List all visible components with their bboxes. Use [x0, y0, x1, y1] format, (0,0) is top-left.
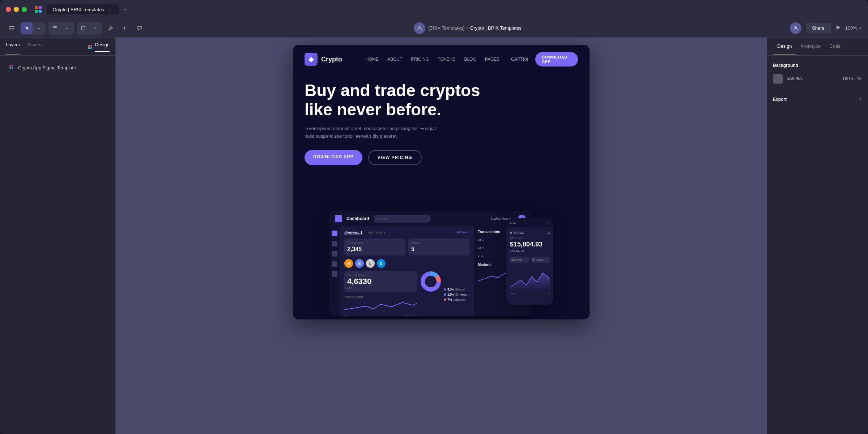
- svg-rect-5: [55, 26, 57, 28]
- nav-home[interactable]: HOME: [366, 57, 379, 62]
- export-section: Export +: [773, 95, 862, 103]
- svg-rect-15: [9, 65, 11, 66]
- user-avatar[interactable]: [790, 22, 801, 34]
- export-section-header: Export +: [773, 95, 862, 103]
- nav-blog[interactable]: BLOG: [464, 57, 476, 62]
- traffic-lights: [6, 7, 27, 12]
- select-tool[interactable]: [21, 22, 33, 34]
- zoom-value: 100%: [845, 25, 857, 31]
- visibility-toggle[interactable]: 👁: [857, 76, 862, 82]
- fullscreen-button[interactable]: [22, 7, 27, 12]
- site-hero: Buy and trade cryptos like never before.…: [293, 74, 590, 176]
- hero-download-button[interactable]: DOWNLOAD APP: [305, 150, 362, 165]
- dash-tab-overview[interactable]: Overview 1: [344, 231, 362, 235]
- shape-dropdown[interactable]: [90, 22, 101, 34]
- svg-rect-11: [88, 45, 90, 47]
- nav-pricing[interactable]: PRICING: [411, 57, 429, 62]
- balance-value: 4,6330: [347, 277, 414, 286]
- background-section-header: Background: [773, 63, 862, 68]
- donut-pct-btc: 81%: [447, 288, 454, 291]
- layer-item-crypto-template[interactable]: Crypto App Figma Template: [6, 61, 110, 74]
- nav-tokens[interactable]: TOKENS: [438, 57, 455, 62]
- menu-button[interactable]: [6, 22, 17, 34]
- minimize-button[interactable]: [14, 7, 19, 12]
- canvas-area[interactable]: Crypto ◆ Crypto HOME ABOUT: [116, 38, 767, 434]
- cart-link[interactable]: CART(0): [511, 57, 528, 62]
- dash-sidebar-icon-1[interactable]: [332, 231, 337, 236]
- active-tab[interactable]: Crypto | BRIX Templates ×: [47, 4, 119, 14]
- dash-tab-tokens[interactable]: My Tokens: [368, 231, 386, 235]
- phone-chart-labels: 3d4kA: [510, 292, 550, 295]
- balance-area: Current Balance 4,6330 EUR Bitcoin Chart: [344, 271, 417, 316]
- nav-about[interactable]: ABOUT: [387, 57, 402, 62]
- dash-main-content: Overview 1 My Tokens Add token Transacti…: [340, 226, 474, 316]
- layer-label: Crypto App Figma Template: [18, 65, 76, 70]
- tab-bar: Crypto | BRIX Templates × +: [47, 4, 862, 14]
- phone-signal: ▪▪▪: [546, 221, 550, 224]
- hero-body: Lorem ipsum dolor sit amet, consectetur …: [305, 125, 442, 140]
- hero-pricing-button[interactable]: VIEW PRICING: [368, 150, 422, 165]
- breadcrumb-file[interactable]: Crypto | BRIX Templates: [470, 25, 522, 31]
- frame-tool[interactable]: [49, 22, 61, 34]
- export-add-button[interactable]: +: [858, 95, 862, 103]
- donut-name-btc: Bitcoin: [455, 288, 465, 291]
- color-swatch[interactable]: [773, 74, 783, 84]
- balance-donut-section: Current Balance 4,6330 EUR Bitcoin Chart: [344, 271, 469, 316]
- balance-label: Current Balance: [347, 274, 414, 277]
- stat-label-wallets: Wallets: [411, 241, 467, 245]
- dash-sidebar-icon-3[interactable]: [332, 251, 337, 257]
- chart-axis: 3h2,700 EUR: [344, 315, 417, 316]
- text-tool[interactable]: T: [119, 22, 131, 34]
- zoom-control[interactable]: 100%: [845, 25, 862, 31]
- token-icons-row: B E L D: [344, 259, 469, 268]
- dash-sidebar: [329, 226, 340, 316]
- play-button[interactable]: [835, 25, 841, 32]
- right-tab-code[interactable]: Code: [825, 38, 845, 55]
- dash-sidebar-icon-4[interactable]: [332, 261, 337, 267]
- opacity-value[interactable]: 100%: [842, 76, 854, 81]
- phone-time: 9:41: [510, 221, 516, 224]
- site-nav: ◆ Crypto HOME ABOUT PRICING TOKENS BLOG …: [293, 45, 590, 74]
- select-dropdown[interactable]: [33, 22, 45, 34]
- frame-dropdown[interactable]: [61, 22, 73, 34]
- color-hex[interactable]: 5A596A: [787, 76, 839, 81]
- add-token-btn[interactable]: Add token: [456, 231, 469, 235]
- tab-design[interactable]: Design: [95, 42, 110, 52]
- download-nav-button[interactable]: DOWNLOAD APP: [535, 52, 578, 66]
- rect-tool[interactable]: [77, 22, 89, 34]
- phone-stat-2: $42,058: [531, 257, 550, 263]
- breadcrumb-workspace[interactable]: [BRIX Templates]: [428, 25, 464, 31]
- phone-stat-val1: $292.78: [511, 258, 527, 261]
- donut-label-eth: 12% Ethereum: [444, 293, 469, 296]
- breadcrumb: [BRIX Templates] / Crypto | BRIX Templat…: [428, 25, 522, 31]
- dash-search[interactable]: Search: [374, 215, 431, 223]
- toolbar-left: T: [6, 22, 145, 35]
- svg-rect-12: [90, 45, 92, 47]
- nav-pages[interactable]: PAGES: [485, 57, 499, 62]
- phone-pair-row: BTC/USD A: [510, 231, 550, 235]
- right-tab-design[interactable]: Design: [773, 38, 796, 55]
- svg-rect-18: [12, 67, 13, 69]
- share-button[interactable]: Share: [806, 23, 831, 33]
- close-button[interactable]: [6, 7, 11, 12]
- phone-header: 9:41 ▪▪▪: [506, 218, 553, 227]
- title-bar: Crypto | BRIX Templates × +: [0, 0, 868, 19]
- comment-tool[interactable]: [134, 22, 145, 34]
- new-tab-button[interactable]: +: [120, 4, 130, 14]
- tab-close-button[interactable]: ×: [107, 7, 113, 12]
- phone-label: BTC/USD: [510, 237, 550, 240]
- tab-layers[interactable]: Layers: [6, 42, 20, 55]
- main-content: Layers Assets Design: [0, 38, 868, 434]
- logo-icon: ◆: [305, 53, 318, 66]
- stat-wallets: Wallets 5: [408, 239, 469, 255]
- dash-stats: Transactions 2,345 Wallets 5: [344, 239, 469, 255]
- svg-rect-13: [88, 47, 90, 49]
- right-tab-prototype[interactable]: Prototype: [796, 38, 825, 55]
- tab-assets[interactable]: Assets: [27, 42, 41, 55]
- pen-tool[interactable]: [105, 22, 116, 34]
- dash-sidebar-icon-2[interactable]: [332, 241, 337, 246]
- donut-dot-ltc: [444, 298, 446, 301]
- dashboard-header: Dashboard Search Sophie Moore SM: [329, 211, 532, 226]
- dash-sidebar-icon-5[interactable]: [332, 271, 337, 277]
- export-title: Export: [773, 97, 787, 102]
